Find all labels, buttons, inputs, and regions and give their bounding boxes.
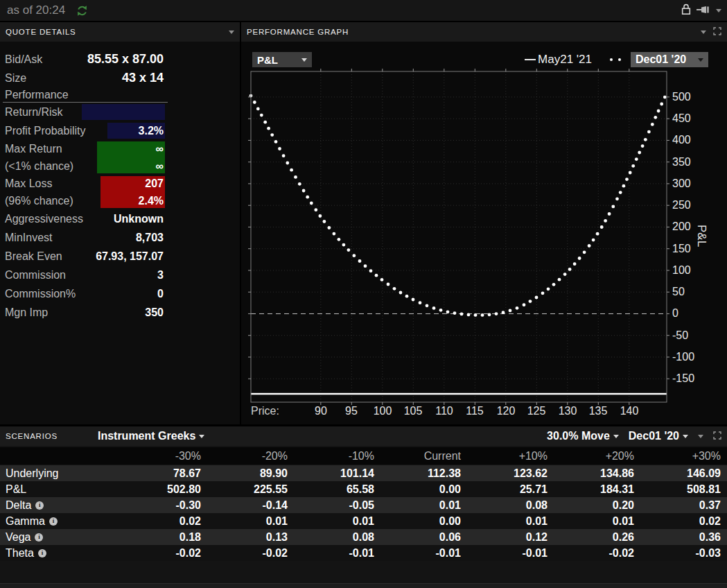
series-dot-dec01 xyxy=(608,212,611,216)
series-dot-dec01 xyxy=(353,254,356,257)
chevron-down-icon xyxy=(301,58,307,62)
series-dot-dec01 xyxy=(529,300,532,303)
series-dot-dec01 xyxy=(294,175,297,179)
table-cell: 0.36 xyxy=(634,529,721,545)
scenarios-panel: SCENARIOS Instrument Greeks 30.0% Move D… xyxy=(0,426,727,588)
chevron-down-icon[interactable] xyxy=(229,31,234,34)
y-tick-label: 0 xyxy=(672,306,707,320)
move-dropdown[interactable]: 30.0% Move xyxy=(547,430,619,442)
row-label: Deltai xyxy=(0,497,114,513)
series-dot-dec01 xyxy=(364,264,367,268)
solid-series-label: May21 '21 xyxy=(538,53,592,67)
series-dot-dec01 xyxy=(426,304,429,307)
series-dot-dec01 xyxy=(588,244,591,248)
table-cell: 101.14 xyxy=(288,465,374,481)
table-cell: 225.55 xyxy=(201,481,288,497)
expiry-dropdown[interactable]: Dec01 '20 xyxy=(629,430,688,442)
series-dot-dec01 xyxy=(263,121,267,124)
expand-icon[interactable] xyxy=(713,430,721,442)
series-dot-dec01 xyxy=(481,313,484,317)
column-header-30: +30% xyxy=(634,447,721,465)
lock-icon[interactable] xyxy=(681,3,691,18)
quote-row-value: 85.55 x 87.00 xyxy=(87,50,164,69)
series-dot-dec01 xyxy=(274,140,278,144)
chevron-down-icon xyxy=(199,435,204,438)
quote-row-commission-: Commission%0 xyxy=(0,284,240,303)
series-dot-dec01 xyxy=(278,147,281,150)
window-controls xyxy=(681,3,721,18)
series-dot-dec01 xyxy=(552,283,556,286)
series-dot-dec01 xyxy=(282,154,286,157)
series-dot-dec01 xyxy=(568,268,572,271)
x-tick-label: 130 xyxy=(552,405,583,417)
row-label: Gammai xyxy=(0,513,114,529)
series-dot-dec01 xyxy=(267,127,270,130)
solid-line-legend-swatch xyxy=(525,59,536,60)
series-dot-dec01 xyxy=(393,287,396,291)
series-dot-dec01 xyxy=(302,189,306,193)
quote-row-label: Return/Risk xyxy=(5,103,63,121)
table-cell: 78.67 xyxy=(114,465,201,481)
series-dot-dec01 xyxy=(663,96,667,99)
series-date-dropdown[interactable]: Dec01 '20 xyxy=(631,52,708,67)
chevron-down-icon xyxy=(698,58,703,62)
info-icon[interactable]: i xyxy=(35,501,44,510)
quote-row-aggressiveness: AggressivenessUnknown xyxy=(0,209,240,228)
table-cell: 0.01 xyxy=(288,513,374,529)
info-icon[interactable]: i xyxy=(49,517,58,526)
chevron-down-icon[interactable] xyxy=(701,31,706,34)
series-dot-dec01 xyxy=(541,291,545,295)
series-dot-dec01 xyxy=(369,269,373,273)
dotted-series-legend-swatch xyxy=(610,58,621,61)
x-axis-title: Price: xyxy=(251,405,279,417)
expiry-dropdown-label: Dec01 '20 xyxy=(629,430,679,442)
series-dot-dec01 xyxy=(460,313,464,316)
column-header-10: +10% xyxy=(461,447,548,465)
table-cell: 502.80 xyxy=(114,481,201,497)
y-tick-label: 450 xyxy=(672,112,707,126)
series-dot-dec01 xyxy=(338,238,341,241)
expand-icon[interactable] xyxy=(713,26,721,38)
refresh-icon[interactable] xyxy=(76,5,88,17)
quote-row-mgn-imp: Mgn Imp350 xyxy=(0,303,240,322)
series-dot-dec01 xyxy=(375,274,378,277)
series-dot-dec01 xyxy=(474,313,478,317)
metric-dropdown-label: P&L xyxy=(257,54,278,66)
x-tick-label: 125 xyxy=(521,405,552,417)
x-tick-label: 100 xyxy=(367,405,398,417)
quote-row-label: Bid/Ask xyxy=(5,50,42,69)
greeks-dropdown-label: Instrument Greeks xyxy=(98,430,195,442)
table-cell: 0.01 xyxy=(548,513,634,529)
info-icon[interactable]: i xyxy=(35,533,43,542)
series-dot-dec01 xyxy=(310,202,313,205)
quote-row-commission: Commission3 xyxy=(0,266,240,284)
info-icon[interactable]: i xyxy=(38,549,46,557)
row-label: Underlying xyxy=(0,465,114,481)
series-dot-dec01 xyxy=(563,273,567,276)
series-dot-dec01 xyxy=(660,103,663,106)
panel-title: QUOTE DETAILS xyxy=(6,28,76,36)
column-header-20: +20% xyxy=(548,447,634,465)
pin-icon[interactable] xyxy=(696,4,711,17)
series-dot-dec01 xyxy=(256,107,260,111)
performance-chart[interactable] xyxy=(247,67,671,408)
chevron-down-icon[interactable] xyxy=(698,435,703,438)
table-cell: -0.01 xyxy=(461,545,548,561)
metric-dropdown[interactable]: P&L xyxy=(252,52,312,67)
chevron-down-icon[interactable] xyxy=(716,9,721,12)
y-tick-label: 300 xyxy=(672,177,707,191)
quote-row-label: Max Return xyxy=(5,140,62,157)
series-dot-dec01 xyxy=(314,208,317,211)
series-dot-dec01 xyxy=(635,157,638,161)
series-dot-dec01 xyxy=(600,225,604,229)
series-dot-dec01 xyxy=(290,168,293,172)
series-dot-dec01 xyxy=(380,278,384,282)
series-dot-dec01 xyxy=(638,151,641,155)
series-dot-dec01 xyxy=(488,313,491,316)
series-dot-dec01 xyxy=(467,313,471,317)
greeks-dropdown[interactable]: Instrument Greeks xyxy=(98,430,204,442)
series-dot-dec01 xyxy=(509,309,512,313)
quote-details-panel: QUOTE DETAILS Bid/Ask85.55 x 87.00Size43… xyxy=(0,22,240,424)
table-row-pl: P&L502.80225.5565.580.0025.71184.31508.8… xyxy=(0,481,727,497)
quote-row-bid-ask: Bid/Ask85.55 x 87.00 xyxy=(0,50,240,69)
